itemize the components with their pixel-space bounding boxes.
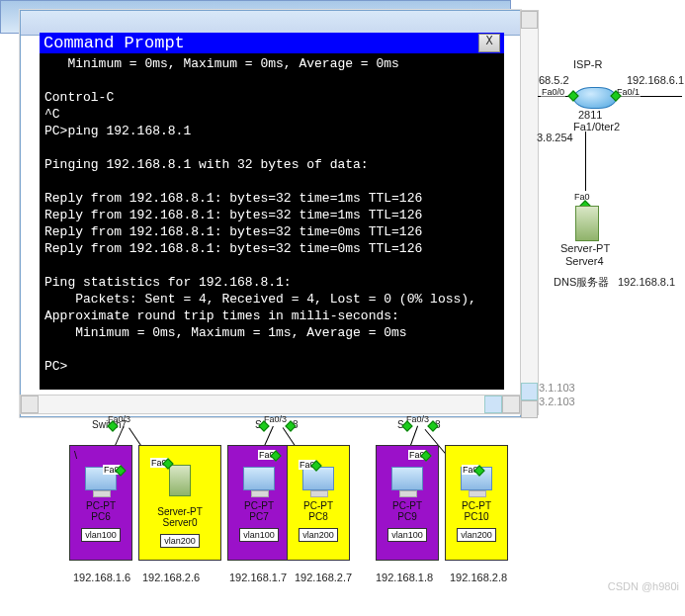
device-ip: 192.168.2.7 xyxy=(295,572,352,583)
ip-label: 3.1.103 xyxy=(539,382,575,394)
vlan-badge: vlan100 xyxy=(387,528,427,542)
server-icon[interactable] xyxy=(575,206,599,241)
vlan-badge: vlan200 xyxy=(160,534,200,548)
isp-label: ISP-R xyxy=(573,58,602,70)
server-desc: DNS服务器 xyxy=(554,275,609,290)
device-ip: 192.168.1.8 xyxy=(376,572,433,583)
device-type: PC-PT xyxy=(448,500,505,511)
router-name: Fa1/0ter2 xyxy=(573,121,620,132)
pc-icon xyxy=(243,467,275,490)
scroll-track-h[interactable] xyxy=(39,396,484,413)
router-icon[interactable] xyxy=(573,87,617,109)
device-pc9[interactable]: PC-PTPC9vlan100 xyxy=(376,445,439,561)
device-name: PC6 xyxy=(72,511,129,522)
terminal-text: Minimum = 0ms, Maximum = 0ms, Average = … xyxy=(40,53,504,377)
scroll-thumb[interactable] xyxy=(521,383,538,400)
packet-tracer-workspace[interactable]: Command Prompt X Minimum = 0ms, Maximum … xyxy=(0,0,685,616)
port-label: Fa0/0 xyxy=(541,87,565,97)
watermark: CSDN @h980i xyxy=(608,580,679,592)
port-label: Fa0 xyxy=(573,192,591,202)
scroll-down-arrow[interactable] xyxy=(521,400,538,418)
server-name: Server4 xyxy=(565,255,604,267)
vlan-badge: vlan100 xyxy=(81,528,121,542)
pc-icon xyxy=(302,467,334,490)
device-type: PC-PT xyxy=(72,500,129,511)
device-name: PC9 xyxy=(379,511,436,522)
link xyxy=(585,132,586,191)
vertical-scrollbar[interactable] xyxy=(520,10,539,415)
server-ip: 192.168.8.1 xyxy=(618,276,675,288)
device-name: PC8 xyxy=(290,511,347,522)
corner-mark: \ xyxy=(72,449,129,459)
ip-label: 3.2.103 xyxy=(539,396,575,407)
window-title: Command Prompt xyxy=(43,34,185,52)
vlan-badge: vlan100 xyxy=(239,528,279,542)
device-pc6[interactable]: \PC-PTPC6vlan100 xyxy=(69,445,132,561)
device-name: PC7 xyxy=(230,511,288,522)
device-type: PC-PT xyxy=(379,500,436,511)
scroll-up-arrow[interactable] xyxy=(521,11,538,29)
device-name: PC10 xyxy=(448,511,505,522)
device-pc10[interactable]: PC-PTPC10vlan200 xyxy=(445,445,508,561)
horizontal-scrollbar[interactable] xyxy=(20,395,521,414)
device-ip: 192.168.1.6 xyxy=(73,572,130,583)
scroll-left-arrow[interactable] xyxy=(21,396,39,413)
server-type: Server-PT xyxy=(560,242,610,254)
scroll-right-arrow[interactable] xyxy=(502,396,520,413)
pc-icon xyxy=(391,467,423,490)
command-prompt-titlebar: Command Prompt X xyxy=(40,33,504,53)
device-type: PC-PT xyxy=(230,500,288,511)
vlan-badge: vlan200 xyxy=(299,528,338,542)
terminal-output[interactable]: Minimum = 0ms, Maximum = 0ms, Average = … xyxy=(40,53,504,390)
device-type: PC-PT xyxy=(290,500,347,511)
device-name: Server0 xyxy=(141,517,218,528)
close-button[interactable]: X xyxy=(478,34,500,52)
scroll-thumb-h[interactable] xyxy=(484,396,502,413)
port-label: Fa0/3 xyxy=(264,414,287,424)
device-ip: 192.168.2.8 xyxy=(450,572,507,583)
scroll-track[interactable] xyxy=(521,29,538,383)
device-type: Server-PT xyxy=(141,506,218,517)
device-ip: 192.168.1.7 xyxy=(229,572,287,583)
ip-label: 68.5.2 xyxy=(539,74,569,86)
ip-label: 192.168.6.1 xyxy=(627,74,684,86)
server-icon xyxy=(169,465,191,496)
device-ip: 192.168.2.6 xyxy=(142,572,200,583)
vlan-badge: vlan200 xyxy=(457,528,496,542)
router-model: 2811 xyxy=(578,109,602,121)
device-pc7[interactable]: PC-PTPC7vlan100 xyxy=(227,445,291,561)
ip-label: 3.8.254 xyxy=(537,132,573,143)
